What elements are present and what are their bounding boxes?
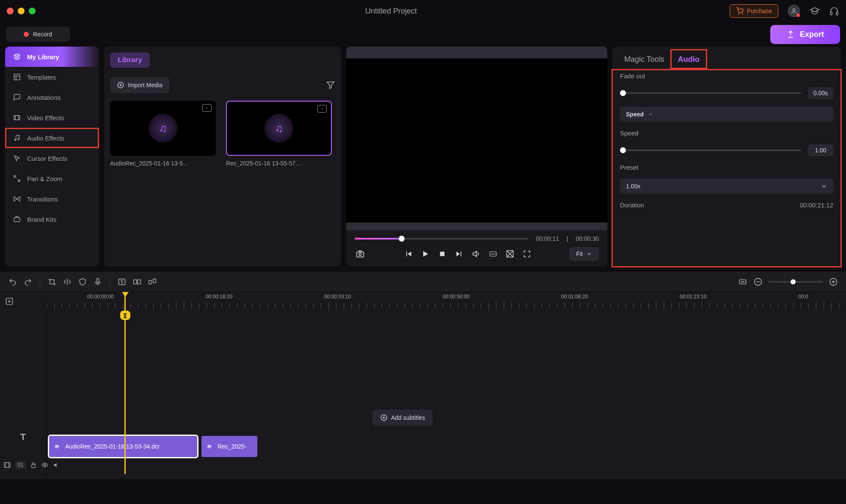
audio-effects-icon — [13, 134, 21, 142]
svg-rect-4 — [836, 12, 838, 15]
add-track-icon[interactable] — [4, 296, 14, 306]
ungroup-icon[interactable] — [147, 277, 157, 287]
account-button[interactable] — [788, 5, 800, 17]
svg-rect-27 — [4, 463, 10, 468]
add-subtitles-label: Add subtitles — [391, 414, 425, 421]
library-tab[interactable]: Library — [110, 52, 150, 68]
pan-zoom-icon — [13, 174, 21, 183]
playhead-handle[interactable]: ][ — [120, 311, 130, 320]
lock-icon[interactable] — [30, 460, 37, 470]
filter-button[interactable] — [326, 80, 335, 90]
split-icon[interactable] — [62, 277, 72, 287]
play-icon[interactable] — [420, 248, 431, 259]
svg-point-0 — [739, 14, 739, 14]
next-frame-icon[interactable] — [454, 248, 465, 259]
timeline-ruler[interactable]: 00:00:00:00 00:00:16:20 00:00:33:10 00:0… — [47, 292, 846, 309]
sidebar-item-label: My Library — [27, 53, 59, 61]
fadeout-value[interactable]: 0.00s — [808, 87, 833, 99]
sidebar-item-templates[interactable]: Templates — [5, 67, 99, 87]
add-subtitles-button[interactable]: Add subtitles — [372, 410, 433, 426]
sidebar-item-video-effects[interactable]: Video Effects — [5, 107, 99, 128]
timeline: T 01 00:00:00:00 00:00:16:20 00:00:33:10… — [0, 272, 846, 479]
prev-frame-icon[interactable] — [403, 248, 414, 259]
sidebar-item-audio-effects[interactable]: Audio Effects — [5, 128, 99, 148]
media-item[interactable]: ♫ ♪ AudioRec_2025-01-16 13-5… — [110, 101, 216, 167]
grid-icon[interactable] — [504, 248, 515, 259]
record-button[interactable]: Record — [6, 27, 70, 42]
fadeout-slider[interactable] — [620, 92, 801, 94]
duration-value: 00:00:21:12 — [800, 201, 833, 209]
import-media-button[interactable]: Import Media — [110, 77, 169, 93]
stop-icon[interactable] — [437, 248, 448, 259]
sidebar: My Library Templates Annotations Video E… — [5, 47, 99, 267]
preset-select[interactable]: 1.00x — [620, 179, 833, 194]
highlight-box — [670, 49, 707, 69]
chevron-down-icon — [586, 251, 592, 257]
preview-bottom-bar — [346, 223, 607, 230]
svg-text:16:9: 16:9 — [491, 253, 495, 255]
text-icon[interactable] — [117, 277, 127, 287]
transitions-icon — [13, 195, 21, 203]
zoom-out-icon[interactable] — [753, 277, 763, 287]
tab-audio[interactable]: Audio — [676, 52, 701, 66]
templates-icon — [13, 73, 21, 81]
purchase-button[interactable]: Purchase — [730, 4, 778, 18]
microphone-icon[interactable] — [93, 277, 103, 287]
minimize-window-button[interactable] — [18, 8, 25, 14]
preview-top-bar — [346, 47, 607, 58]
svg-point-12 — [359, 253, 361, 256]
playhead[interactable]: ][ — [124, 292, 126, 474]
aspect-ratio-icon[interactable]: 16:9 — [488, 248, 499, 259]
redo-icon[interactable] — [23, 277, 33, 287]
speed-value[interactable]: 1.00 — [808, 144, 833, 156]
maximize-window-button[interactable] — [29, 8, 36, 14]
svg-point-29 — [44, 464, 46, 466]
svg-rect-20 — [138, 280, 141, 284]
volume-icon[interactable] — [471, 248, 482, 259]
tab-magic-tools[interactable]: Magic Tools — [623, 52, 666, 66]
speed-section-header[interactable]: Speed — [620, 107, 833, 122]
svg-rect-21 — [149, 280, 152, 284]
titlebar: Untitled Project Purchase — [0, 0, 846, 22]
speed-label: Speed — [620, 129, 833, 137]
sidebar-item-my-library[interactable]: My Library — [5, 47, 99, 67]
undo-icon[interactable] — [8, 277, 18, 287]
zoom-slider[interactable] — [768, 281, 823, 283]
preview-scrubber[interactable] — [355, 238, 528, 240]
shield-icon[interactable] — [77, 277, 88, 287]
sidebar-item-cursor-effects[interactable]: Cursor Effects — [5, 148, 99, 168]
headphones-icon[interactable] — [829, 6, 839, 16]
svg-rect-3 — [830, 12, 832, 15]
media-item[interactable]: ♫ ♪ Rec_2025-01-16 13-55-57.… — [226, 101, 332, 167]
text-track-header[interactable]: T — [0, 423, 46, 451]
timeline-clip[interactable]: Rec_2025- — [201, 436, 257, 457]
media-item-name: AudioRec_2025-01-16 13-5… — [110, 160, 216, 167]
clip-name: AudioRec_2025-01-16 13-53-34.dcr — [65, 443, 160, 450]
svg-rect-28 — [32, 465, 36, 468]
screenshot-icon[interactable] — [355, 248, 366, 259]
ruler-label: 00:00:16:20 — [206, 294, 232, 300]
fadeout-label: Fade out — [620, 72, 833, 80]
timeline-clip[interactable]: AudioRec_2025-01-16 13-53-34.dcr — [49, 436, 197, 457]
speed-slider[interactable] — [620, 149, 801, 151]
svg-rect-13 — [440, 252, 444, 256]
export-button[interactable]: Export — [770, 25, 840, 44]
graduation-icon[interactable] — [810, 6, 820, 16]
cursor-effects-icon — [13, 154, 21, 162]
fit-timeline-icon[interactable] — [738, 277, 748, 287]
sidebar-item-transitions[interactable]: Transitions — [5, 189, 99, 209]
svg-rect-9 — [14, 218, 20, 222]
sidebar-item-pan-zoom[interactable]: Pan & Zoom — [5, 168, 99, 189]
total-time: 00:00:30 — [576, 235, 599, 242]
sidebar-item-annotations[interactable]: Annotations — [5, 87, 99, 107]
sidebar-item-brand-kits[interactable]: Brand Kits — [5, 209, 99, 229]
svg-rect-11 — [357, 252, 364, 257]
zoom-in-icon[interactable] — [828, 277, 838, 287]
group-icon[interactable] — [132, 277, 142, 287]
fullscreen-icon[interactable] — [521, 248, 532, 259]
timeline-tracks[interactable]: 00:00:00:00 00:00:16:20 00:00:33:10 00:0… — [47, 292, 846, 479]
crop-icon[interactable] — [47, 277, 57, 287]
fit-dropdown[interactable]: Fit — [569, 247, 599, 261]
preview-canvas[interactable] — [346, 58, 607, 223]
close-window-button[interactable] — [7, 8, 14, 14]
